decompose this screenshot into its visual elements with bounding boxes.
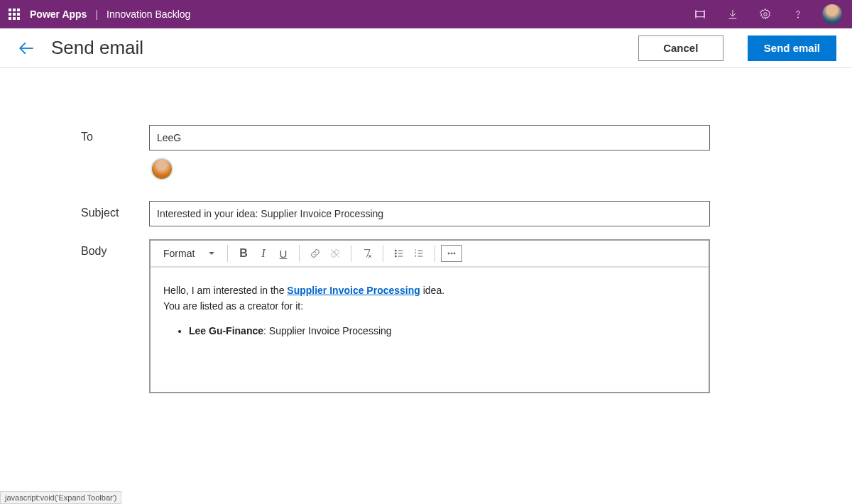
back-arrow-icon[interactable] bbox=[16, 37, 38, 60]
subject-row: Subject bbox=[81, 201, 710, 226]
body-line-2: You are listed as a creator for it: bbox=[163, 299, 696, 314]
fit-screen-icon[interactable] bbox=[687, 0, 713, 28]
toolbar-separator bbox=[227, 245, 228, 262]
editor-content[interactable]: Hello, I am interested in the Supplier I… bbox=[151, 268, 709, 392]
toolbar-separator bbox=[435, 245, 435, 262]
download-icon[interactable] bbox=[720, 0, 746, 28]
creator-name: Lee Gu-Finance bbox=[189, 325, 263, 336]
waffle-menu-icon[interactable] bbox=[6, 6, 23, 23]
svg-point-12 bbox=[395, 253, 396, 254]
to-input[interactable] bbox=[149, 125, 710, 150]
format-dropdown[interactable]: Format bbox=[159, 243, 222, 264]
clear-formatting-button[interactable] bbox=[357, 243, 377, 264]
format-label: Format bbox=[163, 248, 195, 259]
creator-list: Lee Gu-Finance: Supplier Invoice Process… bbox=[163, 324, 696, 339]
italic-button[interactable]: I bbox=[253, 243, 273, 264]
app-name: Innovation Backlog bbox=[106, 9, 190, 20]
bold-button[interactable]: B bbox=[234, 243, 253, 264]
subject-input[interactable] bbox=[149, 201, 710, 226]
subject-label: Subject bbox=[81, 201, 149, 219]
svg-point-25 bbox=[454, 253, 455, 254]
svg-point-5 bbox=[764, 13, 768, 16]
waffle-grid-icon bbox=[9, 9, 20, 20]
chevron-down-icon bbox=[209, 252, 214, 258]
creator-list-item: Lee Gu-Finance: Supplier Invoice Process… bbox=[189, 324, 696, 339]
to-label: To bbox=[81, 125, 149, 143]
body-text: Hello, I am interested in the bbox=[163, 285, 287, 296]
page-header: Send email Cancel Send email bbox=[0, 28, 852, 68]
recipient-avatar-chip[interactable] bbox=[151, 158, 173, 180]
email-form: To Subject Body Format B bbox=[0, 68, 852, 393]
body-row: Body Format B I U bbox=[81, 239, 710, 393]
page-title: Send email bbox=[51, 37, 143, 59]
unlink-button[interactable] bbox=[325, 243, 345, 264]
title-separator: | bbox=[95, 9, 98, 20]
rich-text-editor: Format B I U bbox=[149, 239, 710, 393]
svg-text:3: 3 bbox=[415, 254, 417, 258]
body-text: idea. bbox=[420, 285, 444, 296]
body-label: Body bbox=[81, 239, 149, 258]
creator-sep: : bbox=[263, 325, 269, 336]
toolbar-separator bbox=[299, 245, 300, 262]
underline-button[interactable]: U bbox=[273, 243, 293, 264]
help-icon[interactable] bbox=[785, 0, 811, 28]
bullet-list-button[interactable] bbox=[389, 243, 409, 264]
svg-point-6 bbox=[797, 17, 798, 18]
svg-point-23 bbox=[448, 253, 449, 254]
editor-toolbar: Format B I U bbox=[151, 241, 709, 268]
idea-link[interactable]: Supplier Invoice Processing bbox=[287, 285, 420, 296]
product-name: Power Apps bbox=[30, 9, 87, 20]
svg-rect-0 bbox=[696, 11, 704, 17]
creator-idea: Supplier Invoice Processing bbox=[269, 325, 392, 336]
toolbar-separator bbox=[351, 245, 351, 262]
more-options-button[interactable] bbox=[441, 245, 462, 262]
numbered-list-button[interactable]: 123 bbox=[409, 243, 429, 264]
svg-point-24 bbox=[451, 253, 452, 254]
app-titlebar: Power Apps | Innovation Backlog bbox=[0, 0, 852, 28]
send-email-button[interactable]: Send email bbox=[748, 35, 836, 61]
svg-point-13 bbox=[395, 256, 396, 257]
to-row: To bbox=[81, 125, 710, 182]
status-bar-tooltip: javascript:void('Expand Toolbar') bbox=[0, 491, 121, 504]
cancel-button[interactable]: Cancel bbox=[638, 35, 723, 61]
link-button[interactable] bbox=[305, 243, 325, 264]
user-avatar[interactable] bbox=[822, 4, 842, 24]
body-line-1: Hello, I am interested in the Supplier I… bbox=[163, 283, 696, 299]
toolbar-separator bbox=[383, 245, 383, 262]
svg-point-11 bbox=[395, 250, 396, 251]
settings-gear-icon[interactable] bbox=[753, 0, 778, 28]
